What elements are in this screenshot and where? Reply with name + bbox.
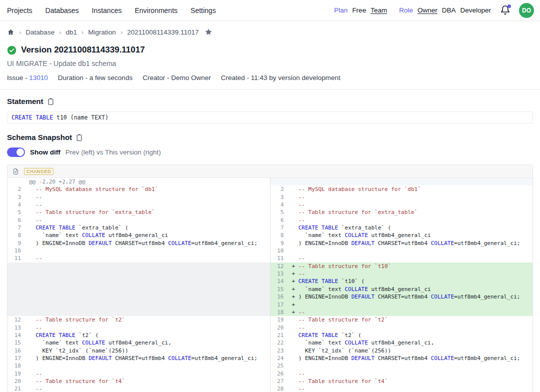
code-text[interactable]: --	[290, 324, 533, 332]
code-text[interactable]: KEY `t2_idx` (`name`(256))	[290, 347, 533, 354]
account-bar: PlanFreeTeam RoleOwnerDBADeveloper DO	[334, 3, 534, 18]
code-text[interactable]: --	[290, 385, 533, 392]
diff-pane-current[interactable]: 2 -- MySQL database structure for `db1`3…	[270, 178, 533, 392]
breadcrumb-separator: ›	[19, 28, 21, 36]
code-text[interactable]: ) ENGINE=InnoDB DEFAULT CHARSET=utf8mb4 …	[28, 354, 270, 362]
avatar[interactable]: DO	[519, 3, 534, 18]
line-number: 6	[8, 216, 28, 224]
code-text[interactable]: + CREATE TABLE `t10` (	[290, 278, 533, 285]
code-text[interactable]: -- Table structure for `extra_table`	[28, 208, 270, 216]
code-text[interactable]: --	[28, 201, 270, 208]
code-text[interactable]: ) ENGINE=InnoDB DEFAULT CHARSET=utf8mb4 …	[290, 354, 533, 362]
breadcrumb-item-4[interactable]: 20211008114339.11017	[127, 28, 198, 36]
code-text[interactable]: -- MySQL database structure for `db1`	[28, 186, 270, 193]
line-number: 11	[270, 254, 290, 262]
code-text[interactable]: --	[28, 254, 270, 262]
code-text[interactable]: +	[290, 301, 533, 308]
breadcrumb-item-1[interactable]: Database	[26, 28, 54, 36]
code-text[interactable]: CREATE TABLE `extra_table` (	[28, 224, 270, 232]
line-number: 7	[8, 224, 28, 232]
diff-spacer	[8, 262, 270, 270]
star-icon[interactable]	[204, 28, 212, 36]
code-text[interactable]: + --	[290, 308, 533, 316]
code-text[interactable]: `name` text COLLATE utf8mb4_general_ci,	[290, 339, 533, 346]
code-text[interactable]	[28, 308, 270, 316]
code-text[interactable]: --	[290, 216, 533, 224]
line-number: 9	[8, 240, 28, 247]
copy-statement-icon[interactable]	[47, 98, 54, 106]
code-text[interactable]: -- MySQL database structure for `db1`	[290, 186, 533, 193]
role-option-developer[interactable]: Developer	[460, 6, 491, 14]
code-text[interactable]: --	[28, 324, 270, 332]
code-text[interactable]: `name` text COLLATE utf8mb4_general_ci	[28, 232, 270, 239]
nav-item-settings[interactable]: Settings	[190, 6, 216, 14]
code-text[interactable]	[28, 278, 270, 285]
code-text[interactable]: + --	[290, 270, 533, 278]
code-text[interactable]: -- Table structure for `t4`	[290, 378, 533, 385]
notification-bell-icon[interactable]	[500, 5, 511, 16]
issue-link[interactable]: 13010	[29, 74, 48, 82]
code-text[interactable]: ) ENGINE=InnoDB DEFAULT CHARSET=utf8mb4 …	[290, 240, 533, 247]
code-text[interactable]: + -- Table structure for `t10`	[290, 262, 533, 270]
breadcrumb-separator: ›	[120, 28, 122, 36]
line-number: 25	[270, 362, 290, 370]
code-text[interactable]: -- Table structure for `t4`	[28, 378, 270, 385]
nav-item-environments[interactable]: Environments	[134, 6, 178, 14]
code-text[interactable]: + ) ENGINE=InnoDB DEFAULT CHARSET=utf8mb…	[290, 293, 533, 300]
code-text[interactable]: -- Table structure for `t2`	[28, 316, 270, 324]
role-option-owner[interactable]: Owner	[418, 6, 438, 14]
code-text[interactable]: --	[28, 194, 270, 201]
code-text[interactable]: CREATE TABLE `extra_table` (	[290, 224, 533, 232]
code-text[interactable]: --	[290, 194, 533, 201]
version-subtitle: UI MIGRATE - Update db1 schema	[0, 60, 540, 68]
code-text[interactable]	[28, 247, 270, 254]
code-text[interactable]	[290, 362, 533, 370]
code-text[interactable]: ) ENGINE=InnoDB DEFAULT CHARSET=utf8mb4 …	[28, 240, 270, 247]
role-option-dba[interactable]: DBA	[442, 6, 456, 14]
breadcrumb-separator: ›	[82, 28, 84, 36]
breadcrumb-separator: ›	[59, 28, 61, 36]
code-text[interactable]: CREATE TABLE `t2` (	[290, 332, 533, 339]
version-meta: Issue - 13010Duration - a few secondsCre…	[0, 74, 540, 82]
diff-pane-previous[interactable]: @@ -2,20 +2,27 @@2 -- MySQL database str…	[8, 178, 270, 392]
code-text[interactable]: + `name` text COLLATE utf8mb4_general_ci	[290, 286, 533, 293]
code-text[interactable]: --	[28, 385, 270, 392]
home-icon[interactable]	[7, 28, 14, 36]
diff-line: 11 --	[270, 254, 533, 262]
code-text[interactable]	[28, 293, 270, 300]
code-text[interactable]	[28, 286, 270, 293]
code-text[interactable]: --	[28, 370, 270, 378]
code-text[interactable]: --	[290, 370, 533, 378]
diff-line: 6 --	[270, 216, 533, 224]
role-switcher: RoleOwnerDBADeveloper	[399, 6, 491, 14]
plan-option-team[interactable]: Team	[370, 6, 387, 14]
diff-line: 10	[8, 247, 270, 254]
line-number: 14	[8, 332, 28, 339]
code-text[interactable]	[290, 247, 533, 254]
show-diff-toggle[interactable]	[7, 148, 25, 157]
page-title: Version 20211008114339.11017	[21, 45, 145, 55]
code-text[interactable]: `name` text COLLATE utf8mb4_general_ci,	[28, 339, 270, 346]
code-text[interactable]	[28, 301, 270, 308]
plan-option-free[interactable]: Free	[352, 6, 366, 14]
code-text[interactable]: CREATE TABLE `t2` (	[28, 332, 270, 339]
code-text[interactable]: KEY `t2_idx` (`name`(256))	[28, 347, 270, 354]
code-text[interactable]: --	[290, 254, 533, 262]
code-text[interactable]: `name` text COLLATE utf8mb4_general_ci	[290, 232, 533, 239]
code-text[interactable]: @@ -2,20 +2,27 @@	[28, 178, 270, 186]
nav-item-projects[interactable]: Projects	[7, 6, 32, 14]
nav-item-instances[interactable]: Instances	[92, 6, 122, 14]
code-text[interactable]: -- Table structure for `t2`	[290, 316, 533, 324]
code-text[interactable]: -- Table structure for `extra_table`	[290, 208, 533, 216]
breadcrumb-item-3[interactable]: Migration	[88, 28, 116, 36]
code-text[interactable]	[290, 178, 533, 186]
nav-item-databases[interactable]: Databases	[46, 6, 79, 14]
breadcrumb-item-2[interactable]: db1	[66, 28, 77, 36]
status-check-icon	[7, 46, 16, 55]
code-text[interactable]	[28, 362, 270, 370]
code-text[interactable]: --	[28, 216, 270, 224]
copy-snapshot-icon[interactable]	[76, 134, 83, 142]
code-text[interactable]: --	[290, 201, 533, 208]
code-text[interactable]	[28, 262, 270, 270]
code-text[interactable]	[28, 270, 270, 278]
